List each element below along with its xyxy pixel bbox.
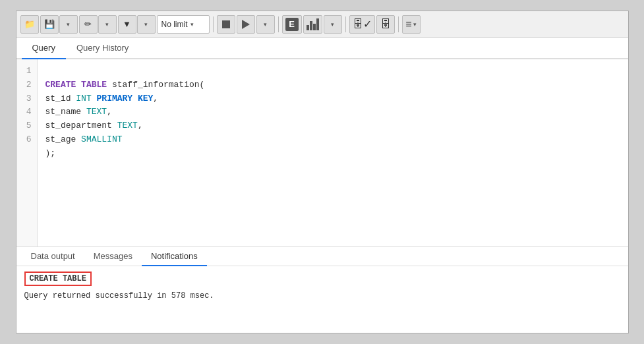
separator-1: [213, 16, 214, 32]
query-tabs-bar: Query Query History: [16, 38, 628, 59]
pencil-icon: ✏: [84, 19, 92, 29]
db-icon: 🗄: [380, 18, 391, 30]
limit-label: No limit: [161, 20, 188, 29]
toolbar-edit-group: ✏ ▾: [79, 15, 117, 34]
tab-data-output[interactable]: Data output: [22, 247, 84, 266]
tab-notifications[interactable]: Notifications: [142, 247, 207, 266]
code-editor[interactable]: 1 2 3 4 5 6 CREATE TABLE staff_informati…: [16, 59, 628, 247]
toolbar-save-group: 💾 ▾: [40, 15, 78, 34]
limit-chevron-icon: ▾: [190, 21, 194, 28]
tab-messages[interactable]: Messages: [84, 247, 142, 266]
save-dropdown-button[interactable]: ▾: [59, 15, 78, 34]
run-button[interactable]: [237, 15, 255, 34]
code-line-2: st_id INT PRIMARY KEY,: [45, 94, 159, 103]
toolbar-open-group: 📁: [20, 15, 39, 34]
run-dropdown-button[interactable]: ▾: [256, 15, 275, 34]
bottom-panel: Data output Messages Notifications CREAT…: [16, 247, 628, 333]
limit-dropdown[interactable]: No limit ▾: [157, 15, 210, 34]
separator-3: [345, 16, 346, 32]
result-content: CREATE TABLE Query returned successfully…: [16, 266, 628, 333]
list-chevron-icon: ▾: [413, 21, 417, 28]
filter-dropdown-button[interactable]: ▾: [137, 15, 156, 34]
code-line-4: st_department TEXT,: [45, 121, 143, 130]
code-line-5: st_age SMALLINT: [45, 134, 123, 144]
chart-chevron-icon: ▾: [331, 21, 334, 28]
result-tabs-bar: Data output Messages Notifications: [16, 247, 628, 266]
filter-icon: ▼: [123, 19, 131, 29]
explain-button[interactable]: E: [282, 15, 302, 34]
create-table-badge: CREATE TABLE: [24, 272, 92, 286]
chart-button[interactable]: [303, 15, 322, 34]
db-check-icon: 🗄✓: [353, 18, 372, 30]
app-window: 📁 💾 ▾ ✏ ▾ ▼ ▾: [16, 11, 629, 333]
toolbar: 📁 💾 ▾ ✏ ▾ ▼ ▾: [16, 11, 628, 38]
list-icon: ≡: [405, 18, 411, 30]
code-line-1: CREATE TABLE staff_information(: [45, 80, 205, 90]
run-chevron-icon: ▾: [264, 21, 267, 28]
save-icon: 💾: [44, 19, 55, 29]
stop-button[interactable]: [217, 15, 235, 34]
separator-2: [278, 16, 279, 32]
db-button[interactable]: 🗄: [376, 15, 395, 34]
edit-button[interactable]: ✏: [79, 15, 98, 34]
code-line-6: );: [45, 148, 56, 158]
chevron-down-icon: ▾: [67, 21, 70, 28]
bar-chart-icon: [307, 18, 319, 30]
code-line-3: st_name TEXT,: [45, 107, 112, 117]
code-content[interactable]: CREATE TABLE staff_information( st_id IN…: [38, 59, 628, 246]
folder-icon: 📁: [24, 19, 35, 29]
open-file-button[interactable]: 📁: [20, 15, 39, 34]
filter-button[interactable]: ▼: [118, 15, 136, 34]
chevron-down-icon-2: ▾: [105, 21, 109, 28]
separator-4: [398, 16, 399, 32]
play-icon: [242, 20, 250, 29]
success-message: Query returned successfully in 578 msec.: [24, 291, 620, 301]
line-numbers: 1 2 3 4 5 6: [16, 59, 38, 246]
save-button[interactable]: 💾: [40, 15, 59, 34]
tab-query[interactable]: Query: [22, 38, 66, 59]
tab-query-history[interactable]: Query History: [66, 38, 139, 59]
stop-icon: [222, 20, 230, 28]
edit-dropdown-button[interactable]: ▾: [98, 15, 117, 34]
list-button[interactable]: ≡ ▾: [402, 15, 421, 34]
chart-dropdown-button[interactable]: ▾: [324, 15, 342, 34]
db-check-button[interactable]: 🗄✓: [349, 15, 375, 34]
e-icon: E: [285, 18, 299, 31]
toolbar-filter-group: ▼ ▾: [118, 15, 156, 34]
chevron-down-icon-3: ▾: [144, 21, 148, 28]
